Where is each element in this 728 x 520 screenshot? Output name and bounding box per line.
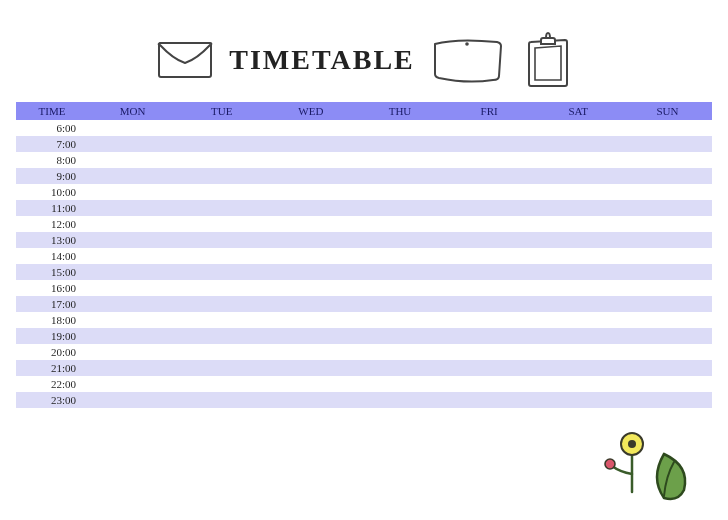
time-label: 14:00 bbox=[16, 248, 88, 264]
table-row: 10:00 bbox=[16, 184, 712, 200]
time-label: 17:00 bbox=[16, 296, 88, 312]
table-row: 6:00 bbox=[16, 120, 712, 136]
table-row: 22:00 bbox=[16, 376, 712, 392]
cell bbox=[355, 216, 444, 232]
time-label: 15:00 bbox=[16, 264, 88, 280]
table-row: 8:00 bbox=[16, 152, 712, 168]
cell bbox=[177, 152, 266, 168]
cell bbox=[445, 392, 534, 408]
cell bbox=[623, 136, 712, 152]
cell bbox=[445, 248, 534, 264]
cell bbox=[355, 328, 444, 344]
cell bbox=[534, 392, 623, 408]
clipboard-icon bbox=[521, 28, 575, 92]
timetable-body: 6:00 7:00 8:00 9:00 10:00 11:00 12:00 13… bbox=[16, 120, 712, 408]
cell bbox=[88, 376, 177, 392]
cell bbox=[266, 184, 355, 200]
table-row: 18:00 bbox=[16, 312, 712, 328]
cell bbox=[623, 264, 712, 280]
cell bbox=[266, 312, 355, 328]
time-label: 21:00 bbox=[16, 360, 88, 376]
cell bbox=[177, 376, 266, 392]
cell bbox=[623, 296, 712, 312]
cell bbox=[534, 120, 623, 136]
col-fri: FRI bbox=[445, 102, 534, 120]
cell bbox=[266, 344, 355, 360]
cell bbox=[623, 152, 712, 168]
cell bbox=[177, 248, 266, 264]
note-paper-icon bbox=[427, 32, 509, 88]
cell bbox=[88, 392, 177, 408]
cell bbox=[623, 120, 712, 136]
cell bbox=[266, 296, 355, 312]
col-time: TIME bbox=[16, 102, 88, 120]
header-row: TIME MON TUE WED THU FRI SAT SUN bbox=[16, 102, 712, 120]
col-wed: WED bbox=[266, 102, 355, 120]
cell bbox=[177, 232, 266, 248]
cell bbox=[355, 392, 444, 408]
cell bbox=[88, 248, 177, 264]
cell bbox=[623, 216, 712, 232]
cell bbox=[355, 136, 444, 152]
table-row: 13:00 bbox=[16, 232, 712, 248]
time-label: 12:00 bbox=[16, 216, 88, 232]
cell bbox=[266, 264, 355, 280]
svg-point-0 bbox=[465, 42, 469, 46]
cell bbox=[177, 344, 266, 360]
cell bbox=[445, 360, 534, 376]
cell bbox=[266, 360, 355, 376]
cell bbox=[534, 360, 623, 376]
cell bbox=[88, 120, 177, 136]
time-label: 11:00 bbox=[16, 200, 88, 216]
cell bbox=[88, 216, 177, 232]
cell bbox=[177, 136, 266, 152]
cell bbox=[623, 168, 712, 184]
time-label: 10:00 bbox=[16, 184, 88, 200]
cell bbox=[623, 312, 712, 328]
cell bbox=[355, 152, 444, 168]
cell bbox=[445, 328, 534, 344]
cell bbox=[88, 168, 177, 184]
cell bbox=[623, 184, 712, 200]
cell bbox=[355, 280, 444, 296]
cell bbox=[534, 184, 623, 200]
time-label: 6:00 bbox=[16, 120, 88, 136]
cell bbox=[88, 136, 177, 152]
cell bbox=[623, 200, 712, 216]
table-row: 14:00 bbox=[16, 248, 712, 264]
cell bbox=[266, 280, 355, 296]
cell bbox=[177, 200, 266, 216]
cell bbox=[88, 200, 177, 216]
cell bbox=[445, 312, 534, 328]
timetable: TIME MON TUE WED THU FRI SAT SUN 6:00 7:… bbox=[16, 102, 712, 408]
cell bbox=[177, 280, 266, 296]
table-row: 23:00 bbox=[16, 392, 712, 408]
svg-point-2 bbox=[628, 440, 636, 448]
time-label: 7:00 bbox=[16, 136, 88, 152]
cell bbox=[445, 280, 534, 296]
cell bbox=[445, 168, 534, 184]
col-tue: TUE bbox=[177, 102, 266, 120]
col-thu: THU bbox=[355, 102, 444, 120]
cell bbox=[177, 120, 266, 136]
time-label: 18:00 bbox=[16, 312, 88, 328]
cell bbox=[445, 152, 534, 168]
col-mon: MON bbox=[88, 102, 177, 120]
cell bbox=[355, 232, 444, 248]
time-label: 9:00 bbox=[16, 168, 88, 184]
cell bbox=[266, 168, 355, 184]
cell bbox=[355, 184, 444, 200]
cell bbox=[445, 120, 534, 136]
cell bbox=[445, 264, 534, 280]
cell bbox=[177, 392, 266, 408]
table-row: 19:00 bbox=[16, 328, 712, 344]
cell bbox=[445, 232, 534, 248]
table-row: 16:00 bbox=[16, 280, 712, 296]
cell bbox=[177, 328, 266, 344]
cell bbox=[534, 200, 623, 216]
table-row: 9:00 bbox=[16, 168, 712, 184]
cell bbox=[266, 328, 355, 344]
table-row: 17:00 bbox=[16, 296, 712, 312]
cell bbox=[623, 360, 712, 376]
cell bbox=[88, 232, 177, 248]
